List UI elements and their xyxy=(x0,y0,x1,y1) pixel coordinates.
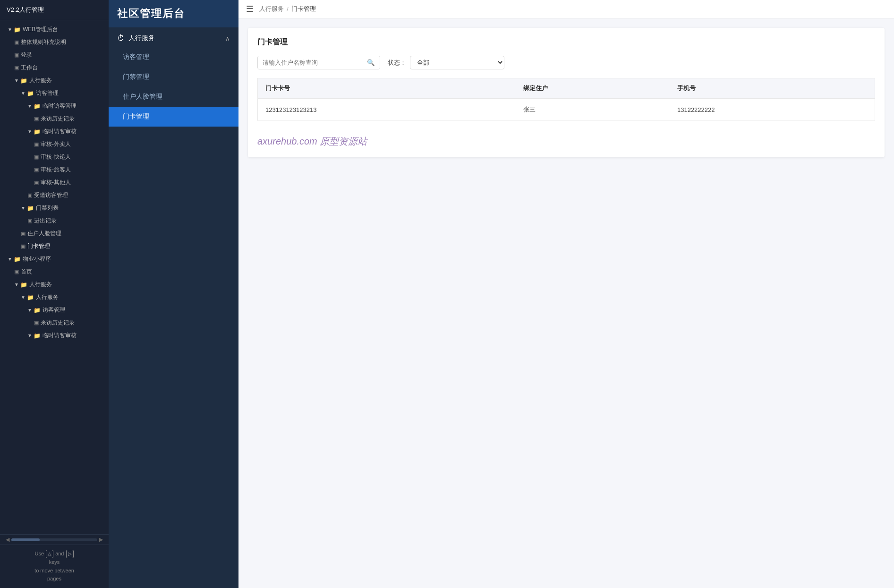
tree-item-label: 来访历史记录 xyxy=(41,115,75,123)
tree-item-label: 进出记录 xyxy=(34,217,57,225)
tree-item[interactable]: ▣审核-其他人 xyxy=(0,176,109,189)
middle-nav-item-访客管理[interactable]: 访客管理 xyxy=(109,47,238,67)
main-content: ☰ 人行服务 / 门卡管理 门卡管理 🔍 状态： 全部正常禁用 门卡卡号绑 xyxy=(238,0,894,588)
tree-item[interactable]: ▣门卡管理 xyxy=(0,240,109,253)
tree-item-label: 门禁列表 xyxy=(36,204,59,212)
middle-section-header: ⏱ 人行服务 ∧ xyxy=(109,27,238,47)
table-cell-card_no: 123123123123213 xyxy=(258,99,516,121)
tree-item-label: 登录 xyxy=(21,51,32,59)
page-card-title: 门卡管理 xyxy=(257,37,875,47)
hint-and: and xyxy=(55,551,64,556)
breadcrumb-separator: / xyxy=(287,6,289,13)
table-cell-resident: 张三 xyxy=(516,99,670,121)
scrollbar-thumb xyxy=(11,538,40,541)
tree-item[interactable]: ▼📁人行服务 xyxy=(0,291,109,304)
table-body: 123123123123213张三13122222222 xyxy=(258,99,875,121)
tree-item[interactable]: ▣整体规则补充说明 xyxy=(0,36,109,49)
hint-key2: ▷ xyxy=(66,550,74,558)
tree-item[interactable]: ▼📁WEB管理后台 xyxy=(0,23,109,36)
tree-item[interactable]: ▼📁人行服务 xyxy=(0,74,109,87)
tree-item[interactable]: ▼📁物业小程序 xyxy=(0,253,109,265)
horizontal-scrollbar[interactable]: ◀ ▶ xyxy=(0,534,109,545)
middle-nav-item-门禁管理[interactable]: 门禁管理 xyxy=(109,67,238,87)
tree-item[interactable]: ▼📁临时访客审核 xyxy=(0,125,109,138)
tree-item-label: 来访历史记录 xyxy=(41,319,75,327)
hint-pages: pages xyxy=(47,576,61,581)
tree-item-label: 门卡管理 xyxy=(27,242,50,250)
tree-item[interactable]: ▼📁访客管理 xyxy=(0,304,109,316)
scrollbar-track[interactable] xyxy=(11,538,97,541)
tree-item-label: 人行服务 xyxy=(36,293,59,301)
tree-item[interactable]: ▼📁门禁列表 xyxy=(0,202,109,214)
status-row: 状态： 全部正常禁用 xyxy=(388,56,504,69)
tree-item-label: 临时访客审核 xyxy=(43,128,77,136)
tree-item-label: 访客管理 xyxy=(36,89,59,97)
tree-item[interactable]: ▣住户人脸管理 xyxy=(0,227,109,240)
tree-item[interactable]: ▣进出记录 xyxy=(0,214,109,227)
hamburger-icon[interactable]: ☰ xyxy=(246,4,254,14)
tree-item[interactable]: ▣来访历史记录 xyxy=(0,316,109,329)
tree-item-label: 人行服务 xyxy=(29,281,52,289)
section-title-text: 人行服务 xyxy=(128,34,155,43)
table-header-cell: 门卡卡号 xyxy=(258,78,516,99)
tree-item-label: 首页 xyxy=(21,268,32,276)
tree-item-label: 工作台 xyxy=(21,64,38,72)
breadcrumb: 人行服务 / 门卡管理 xyxy=(259,5,316,13)
tree-item-label: 访客管理 xyxy=(43,306,65,314)
tree-item[interactable]: ▣登录 xyxy=(0,49,109,61)
middle-section-title: ⏱ 人行服务 xyxy=(117,34,155,43)
middle-nav-list: 访客管理门禁管理住户人脸管理门卡管理 xyxy=(109,47,238,127)
tree-item-label: 审核-快递人 xyxy=(41,153,71,161)
hint-move: to move between xyxy=(34,568,74,573)
table-header-cell: 手机号 xyxy=(670,78,875,99)
tree-item-label: 住户人脸管理 xyxy=(27,230,61,238)
table-cell-phone: 13122222222 xyxy=(670,99,875,121)
tree-item-label: 审核-旅客人 xyxy=(41,166,71,174)
middle-header-title: 社区管理后台 xyxy=(117,7,185,21)
tree-item[interactable]: ▣首页 xyxy=(0,265,109,278)
hint-prefix: Use xyxy=(34,551,44,556)
search-button[interactable]: 🔍 xyxy=(362,56,380,69)
status-select[interactable]: 全部正常禁用 xyxy=(410,56,504,69)
table-head: 门卡卡号绑定住户手机号 xyxy=(258,78,875,99)
tree-item[interactable]: ▼📁临时访客审核 xyxy=(0,329,109,342)
tree-item-label: 整体规则补充说明 xyxy=(21,38,66,46)
breadcrumb-current: 门卡管理 xyxy=(291,5,316,13)
tree-item[interactable]: ▣审核-快递人 xyxy=(0,151,109,163)
middle-nav-item-门卡管理[interactable]: 门卡管理 xyxy=(109,107,238,127)
search-wrapper: 🔍 xyxy=(257,56,380,69)
bottom-hint: Use △ and ▷ keys to move between pages xyxy=(0,545,109,588)
tree-item[interactable]: ▣来访历史记录 xyxy=(0,112,109,125)
tree-item[interactable]: ▣审核-旅客人 xyxy=(0,163,109,176)
tree-item-label: WEB管理后台 xyxy=(23,26,58,34)
middle-nav-item-住户人脸管理[interactable]: 住户人脸管理 xyxy=(109,87,238,107)
scroll-left-arrow[interactable]: ◀ xyxy=(4,537,11,543)
watermark: axurehub.com 原型资源站 xyxy=(257,135,875,148)
middle-header: 社区管理后台 xyxy=(109,0,238,27)
tree-item[interactable]: ▼📁临时访客管理 xyxy=(0,100,109,112)
clock-icon: ⏱ xyxy=(117,34,125,43)
table-header-row: 门卡卡号绑定住户手机号 xyxy=(258,78,875,99)
hint-key1: △ xyxy=(46,550,53,558)
page-body: 门卡管理 🔍 状态： 全部正常禁用 门卡卡号绑定住户手机号 1231231231… xyxy=(238,18,894,588)
tree-item-label: 审核-外卖人 xyxy=(41,140,71,148)
table-row: 123123123123213张三13122222222 xyxy=(258,99,875,121)
collapse-icon[interactable]: ∧ xyxy=(225,35,230,42)
tree-item[interactable]: ▼📁访客管理 xyxy=(0,87,109,100)
tree-item[interactable]: ▼📁人行服务 xyxy=(0,278,109,291)
hint-keys: keys xyxy=(49,559,60,565)
scroll-right-arrow[interactable]: ▶ xyxy=(97,537,105,543)
tree-item-label: 审核-其他人 xyxy=(41,179,71,187)
tree-item-label: 临时访客审核 xyxy=(43,332,77,340)
tree-item-label: 临时访客管理 xyxy=(43,102,77,110)
tree-item[interactable]: ▣受邀访客管理 xyxy=(0,189,109,202)
tree-item[interactable]: ▣工作台 xyxy=(0,61,109,74)
search-input[interactable] xyxy=(258,56,362,69)
tree-item-label: 人行服务 xyxy=(29,77,52,85)
breadcrumb-parent: 人行服务 xyxy=(259,5,284,13)
page-card: 门卡管理 🔍 状态： 全部正常禁用 门卡卡号绑定住户手机号 1231231231… xyxy=(248,28,885,157)
tree-item[interactable]: ▣审核-外卖人 xyxy=(0,138,109,151)
middle-panel: 社区管理后台 ⏱ 人行服务 ∧ 访客管理门禁管理住户人脸管理门卡管理 xyxy=(109,0,238,588)
status-label: 状态： xyxy=(388,59,406,67)
top-bar: ☰ 人行服务 / 门卡管理 xyxy=(238,0,894,18)
